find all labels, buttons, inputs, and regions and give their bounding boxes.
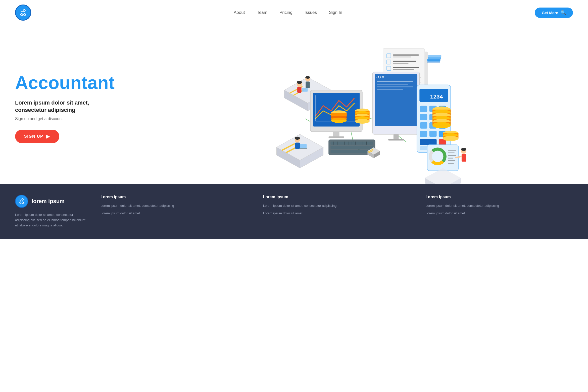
signup-label: SIGN UP xyxy=(24,134,43,139)
svg-rect-143 xyxy=(448,155,456,156)
footer-col-2-item-1: Lorem ipsum dolor sit amet, consectetur … xyxy=(263,203,411,208)
svg-rect-91 xyxy=(420,139,436,145)
svg-point-149 xyxy=(461,148,466,151)
svg-rect-20 xyxy=(300,144,307,149)
header-right: Get More 🔍 xyxy=(535,8,573,18)
svg-rect-22 xyxy=(333,132,339,137)
svg-rect-48 xyxy=(393,55,419,56)
hero-title: Accountant xyxy=(15,73,121,92)
footer-logo: LOGO xyxy=(15,195,28,208)
footer-col-1: Lorem ipsum Lorem ipsum dolor sit amet, … xyxy=(101,195,248,218)
svg-rect-71 xyxy=(377,84,408,85)
svg-point-121 xyxy=(432,122,451,128)
svg-rect-130 xyxy=(427,62,440,63)
svg-rect-11 xyxy=(302,88,308,91)
svg-point-19 xyxy=(295,137,300,140)
logo: LOGO xyxy=(15,5,31,21)
svg-rect-131 xyxy=(428,60,441,61)
svg-rect-51 xyxy=(393,63,409,64)
footer-col-2: Lorem ipsum Lorem ipsum dolor sit amet, … xyxy=(263,195,411,218)
footer: LOGO lorem ipsum Lorem ipsum dolor sit a… xyxy=(0,184,588,239)
svg-point-126 xyxy=(443,136,458,141)
get-more-label: Get More xyxy=(542,11,558,15)
svg-point-10 xyxy=(305,76,310,79)
svg-rect-85 xyxy=(420,122,427,129)
hero-subtitle: Lorem ipsum dolor sit amet,consectetur a… xyxy=(15,99,121,114)
svg-rect-82 xyxy=(420,114,427,120)
svg-rect-72 xyxy=(377,86,413,87)
svg-rect-75 xyxy=(388,139,404,140)
svg-rect-129 xyxy=(428,55,441,57)
svg-rect-21 xyxy=(299,148,307,149)
footer-brand-name: lorem ipsum xyxy=(32,198,65,205)
footer-col-2-item-2: Lorem ipsum dolor sit amet xyxy=(263,211,411,216)
svg-rect-31 xyxy=(331,150,373,153)
hero-content: Accountant Lorem ipsum dolor sit amet,co… xyxy=(15,73,121,143)
svg-point-7 xyxy=(297,81,302,84)
svg-rect-30 xyxy=(331,146,373,149)
svg-rect-49 xyxy=(393,57,411,57)
svg-rect-101 xyxy=(331,118,347,120)
svg-rect-6 xyxy=(297,87,302,93)
illustration-svg: - O X 1234 xyxy=(126,33,573,184)
svg-rect-18 xyxy=(295,143,300,149)
header: LOGO About Team Pricing Issues Sign In G… xyxy=(0,0,588,25)
svg-rect-79 xyxy=(420,106,427,112)
svg-point-110 xyxy=(355,119,370,124)
footer-col-3: Lorem ipsum Lorem ipsum dolor sit amet, … xyxy=(425,195,573,218)
signup-arrow-icon: ▶ xyxy=(46,134,50,139)
hero-section: Accountant Lorem ipsum dolor sit amet,co… xyxy=(0,25,588,184)
nav-issues[interactable]: Issues xyxy=(305,10,317,15)
svg-rect-52 xyxy=(393,67,419,68)
nav-signin[interactable]: Sign In xyxy=(329,10,342,15)
svg-text:- O X: - O X xyxy=(376,75,384,79)
svg-rect-89 xyxy=(429,131,437,137)
svg-rect-148 xyxy=(462,154,466,162)
svg-rect-88 xyxy=(420,131,427,137)
main-nav: About Team Pricing Issues Sign In xyxy=(41,10,535,15)
svg-rect-53 xyxy=(393,69,414,70)
svg-rect-23 xyxy=(328,136,344,138)
nav-about[interactable]: About xyxy=(234,10,245,15)
svg-rect-73 xyxy=(377,89,403,90)
footer-col-3-title: Lorem ipsum xyxy=(425,195,573,199)
hero-description: Sign up and get a discount xyxy=(15,117,121,121)
footer-col-3-item-2: Lorem ipsum dolor sit amet xyxy=(425,211,573,216)
svg-rect-145 xyxy=(448,160,455,161)
footer-col-2-title: Lorem ipsum xyxy=(263,195,411,199)
nav-pricing[interactable]: Pricing xyxy=(279,10,292,15)
svg-rect-9 xyxy=(306,81,310,88)
get-more-button[interactable]: Get More 🔍 xyxy=(535,8,573,18)
nav-team[interactable]: Team xyxy=(257,10,267,15)
svg-rect-74 xyxy=(394,134,399,139)
footer-col-1-item-1: Lorem ipsum dolor sit amet, consectetur … xyxy=(101,203,248,208)
signup-button[interactable]: SIGN UP ▶ xyxy=(15,130,59,143)
svg-rect-50 xyxy=(393,61,416,62)
footer-col-1-item-2: Lorem ipsum dolor sit amet xyxy=(101,211,248,216)
footer-col-1-title: Lorem ipsum xyxy=(101,195,248,199)
svg-rect-144 xyxy=(448,158,453,159)
footer-col-3-item-1: Lorem ipsum dolor sit amet, consectetur … xyxy=(425,203,573,208)
svg-rect-70 xyxy=(377,81,413,82)
svg-rect-146 xyxy=(448,163,454,164)
svg-rect-142 xyxy=(448,153,455,153)
footer-brand: LOGO lorem ipsum Lorem ipsum dolor sit a… xyxy=(15,195,85,228)
svg-text:1234: 1234 xyxy=(430,93,443,100)
hero-illustration: - O X 1234 xyxy=(126,33,573,184)
search-icon: 🔍 xyxy=(561,10,566,15)
svg-rect-141 xyxy=(448,150,456,151)
footer-brand-description: Lorem ipsum dolor sit amet, consectetur … xyxy=(15,212,85,228)
footer-logo-row: LOGO lorem ipsum xyxy=(15,195,85,208)
